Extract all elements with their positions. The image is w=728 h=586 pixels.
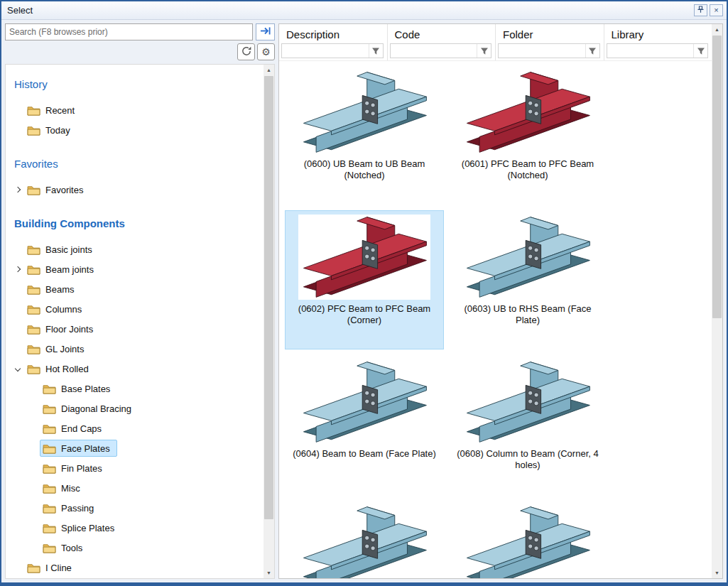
tree-item-misc[interactable]: Misc — [10, 478, 264, 498]
component-card[interactable]: (0603) UB to RHS Beam (Face Plate) — [448, 210, 607, 349]
tree-item-body: Tools — [40, 539, 89, 556]
grid-scrollbar-track[interactable] — [712, 35, 722, 568]
search-input[interactable] — [5, 23, 253, 40]
tree-section-history: History — [10, 77, 264, 92]
column-filter-folder[interactable] — [498, 43, 600, 58]
tree-item-label: Beam joints — [45, 264, 94, 275]
tree-item-basic-joints[interactable]: Basic joints — [10, 239, 264, 259]
tree-item-columns[interactable]: Columns — [10, 299, 264, 319]
tree-section-favorites: Favorites — [10, 157, 264, 171]
tree-item-label: I Cline — [45, 563, 72, 573]
grid-scrollbar-thumb[interactable] — [712, 36, 722, 318]
column-header-code[interactable]: Code — [388, 24, 496, 43]
component-caption: (0600) UB Beam to UB Beam (Notched) — [289, 158, 440, 181]
chevron-right-icon[interactable] — [11, 188, 24, 192]
filter-funnel-icon[interactable] — [585, 44, 599, 58]
chevron-down-icon[interactable] — [11, 367, 24, 371]
column-filter-library[interactable] — [607, 43, 709, 58]
tree-item-splice-plates[interactable]: Splice Plates — [10, 518, 264, 538]
tree-item-label: Misc — [61, 483, 80, 494]
folder-icon — [43, 503, 56, 514]
folder-icon — [27, 324, 40, 335]
column-filter-code[interactable] — [390, 43, 492, 58]
component-thumbnail — [298, 504, 430, 578]
pin-button[interactable] — [694, 4, 707, 16]
tree-scroll-down-button[interactable]: ▼ — [264, 568, 274, 578]
tree-item-diagonal-bracing[interactable]: Diagonal Bracing — [10, 398, 264, 418]
tree-item-passing[interactable]: Passing — [10, 498, 264, 518]
folder-icon — [43, 384, 56, 394]
grid-scrollbar[interactable]: ▲ ▼ — [712, 24, 722, 578]
grid-scroll-down-button[interactable]: ▼ — [712, 568, 722, 578]
tree-item-body: Recent — [24, 102, 82, 119]
folder-icon — [27, 364, 40, 374]
filter-funnel-icon[interactable] — [693, 44, 707, 58]
tree-scrollbar-track[interactable] — [264, 75, 274, 568]
tree-item-fin-plates[interactable]: Fin Plates — [10, 458, 264, 478]
column-header-description[interactable]: Description — [279, 24, 387, 43]
component-thumbnail — [462, 504, 594, 578]
column-header-folder[interactable]: Folder — [496, 24, 604, 43]
component-tree: HistoryRecentTodayFavoritesFavoritesBuil… — [6, 65, 264, 578]
folder-icon — [27, 185, 40, 195]
tree-item-tools[interactable]: Tools — [10, 538, 264, 558]
column-header-library[interactable]: Library — [604, 24, 712, 43]
component-card[interactable] — [285, 500, 444, 578]
tree-item-today[interactable]: Today — [10, 120, 264, 140]
tree-item-body: Face Plates — [40, 440, 117, 457]
component-thumbnail — [298, 359, 430, 445]
folder-icon — [27, 105, 40, 116]
component-card[interactable]: (0600) UB Beam to UB Beam (Notched) — [285, 65, 444, 205]
tree-item-body: Base Plates — [40, 380, 117, 397]
tree-item-end-caps[interactable]: End Caps — [10, 418, 264, 438]
folder-icon — [27, 264, 40, 275]
component-grid: (0600) UB Beam to UB Beam (Notched)(0601… — [279, 61, 620, 578]
tree-scrollbar[interactable]: ▲ ▼ — [264, 65, 274, 578]
grid-column-folder: Folder — [496, 24, 604, 60]
component-thumbnail — [298, 215, 430, 300]
close-button[interactable]: × — [710, 4, 723, 16]
component-card[interactable]: (0604) Beam to Beam (Face Plate) — [285, 355, 444, 494]
folder-icon — [27, 563, 40, 573]
settings-button[interactable]: ⚙ — [257, 43, 275, 60]
chevron-right-icon[interactable] — [11, 267, 24, 271]
grid-scroll-up-button[interactable]: ▲ — [712, 24, 722, 35]
tree-item-hot-rolled[interactable]: Hot Rolled — [10, 359, 264, 379]
filter-funnel-icon[interactable] — [477, 44, 491, 58]
component-card[interactable]: (0601) PFC Beam to PFC Beam (Notched) — [448, 65, 607, 205]
refresh-button[interactable] — [237, 43, 255, 60]
folder-icon — [43, 443, 56, 454]
folder-icon — [43, 483, 56, 494]
component-card[interactable]: (0602) PFC Beam to PFC Beam (Corner) — [285, 210, 444, 349]
tree-item-label: Tools — [61, 543, 82, 553]
titlebar[interactable]: Select × — [1, 1, 727, 20]
tree-item-recent[interactable]: Recent — [10, 100, 264, 120]
gear-icon: ⚙ — [261, 46, 271, 58]
tree-item-favorites[interactable]: Favorites — [10, 180, 264, 200]
tree-scroll-up-button[interactable]: ▲ — [264, 65, 274, 75]
component-tree-panel: HistoryRecentTodayFavoritesFavoritesBuil… — [5, 64, 275, 579]
tree-item-beams[interactable]: Beams — [10, 279, 264, 299]
tree-item-beam-joints[interactable]: Beam joints — [10, 259, 264, 279]
component-card[interactable]: (0608) Column to Beam (Corner, 4 holes) — [448, 355, 607, 494]
tree-section-building-components: Building Components — [10, 217, 264, 231]
tree-scrollbar-thumb[interactable] — [264, 76, 273, 519]
search-go-button[interactable] — [256, 23, 275, 40]
tree-item-gl-joints[interactable]: GL Joints — [10, 339, 264, 359]
folder-icon — [43, 523, 56, 533]
tree-item-i-cline[interactable]: I Cline — [10, 558, 264, 577]
component-caption: (0604) Beam to Beam (Face Plate) — [289, 448, 440, 460]
tree-item-label: Fin Plates — [61, 463, 102, 474]
tree-item-face-plates[interactable]: Face Plates — [10, 438, 264, 458]
tree-item-base-plates[interactable]: Base Plates — [10, 379, 264, 398]
tree-item-floor-joints[interactable]: Floor Joints — [10, 319, 264, 339]
tree-item-body: Splice Plates — [40, 519, 121, 536]
component-card[interactable] — [448, 500, 607, 578]
component-caption: (0602) PFC Beam to PFC Beam (Corner) — [289, 303, 440, 326]
search-row — [5, 23, 275, 40]
filter-funnel-icon[interactable] — [369, 44, 383, 58]
folder-icon — [43, 543, 56, 553]
tree-item-body: Columns — [24, 300, 89, 318]
tree-item-label: Recent — [45, 105, 75, 116]
column-filter-description[interactable] — [281, 43, 384, 58]
